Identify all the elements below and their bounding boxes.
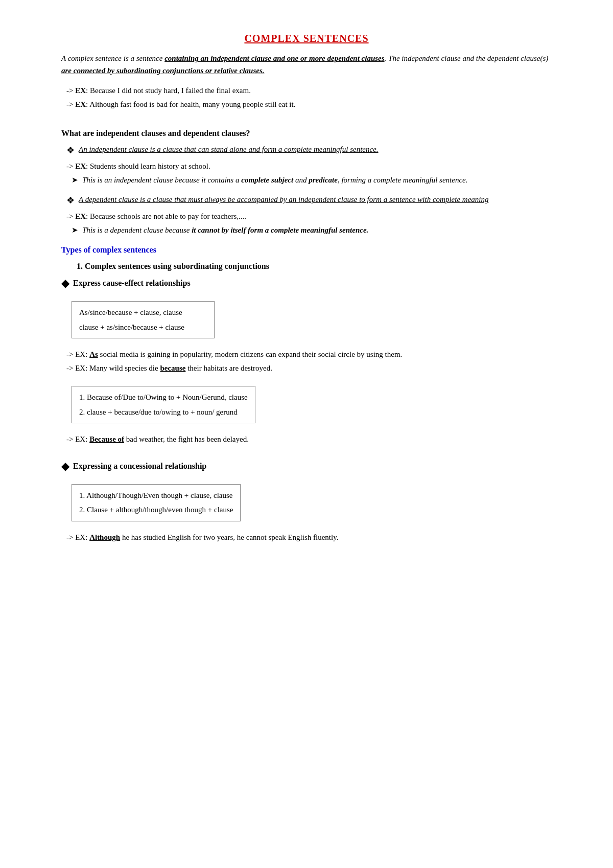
formula-box1-line2: clause + as/since/because + clause — [79, 322, 207, 333]
formula-box2-line2: 2. clause + because/due to/owing to + no… — [79, 406, 248, 418]
section1-bullet1: ❖ An independent clause is a clause that… — [66, 144, 552, 157]
section1-triangle1-content: This is an independent clause because it… — [82, 174, 467, 186]
section1-heading: What are independent clauses and depende… — [61, 127, 552, 140]
formula-box1-line1: As/since/because + clause, clause — [79, 307, 207, 318]
intro-text-before: A complex sentence is a sentence — [61, 54, 164, 62]
intro-text-middle: . The independent clause and the depende… — [385, 54, 549, 62]
section3-ex-text: he has studied English for two years, he… — [120, 533, 338, 541]
section1-ex1-arrow: -> — [66, 162, 75, 170]
section2-ex3: -> EX: Because of bad weather, the fight… — [66, 433, 552, 445]
concessional-diamond: ◆ — [61, 459, 69, 474]
intro-bold-underline2: are connected by subordinating conjuncti… — [61, 66, 265, 75]
section1-ex2-bold: EX — [75, 212, 86, 220]
intro-ex2-bold: EX — [75, 100, 86, 108]
section1-triangle1: ➤ This is an independent clause because … — [72, 174, 552, 186]
types-heading: Types of complex sentences — [61, 244, 552, 256]
cause-effect-diamond: ◆ — [61, 276, 69, 291]
intro-ex1-bold: EX — [75, 86, 86, 95]
section2-ex1-underline: As — [89, 350, 98, 358]
numbered-heading: 1. Complex sentences using subordinating… — [77, 260, 552, 272]
section3-ex: -> EX: Although he has studied English f… — [66, 532, 552, 543]
section1-triangle2-content: This is a dependent clause because it ca… — [82, 224, 368, 236]
section2-ex2: -> EX: Many wild species die because the… — [66, 362, 552, 374]
section1-ex2: -> EX: Because schools are not able to p… — [66, 211, 552, 222]
formula-box2: 1. Because of/Due to/Owing to + Noun/Ger… — [72, 386, 255, 423]
section1-ex1-bold: EX — [75, 162, 86, 170]
formula-box3-line1: 1. Although/Though/Even though + clause,… — [79, 490, 233, 501]
section2-ex1: -> EX: As social media is gaining in pop… — [66, 349, 552, 360]
formula-box3-line2: 2. Clause + although/though/even though … — [79, 504, 233, 516]
section1-bullet1-text: An independent clause is a clause that c… — [79, 144, 379, 157]
section1-ex1: -> EX: Students should learn history at … — [66, 161, 552, 172]
intro-ex1-arrow: -> — [66, 86, 75, 95]
section3-ex-arrow: -> EX: — [66, 533, 89, 541]
section1-triangle1-char: ➤ — [72, 174, 78, 186]
concessional-label: Expressing a concessional relationship — [73, 460, 206, 472]
section1-diamond1: ❖ — [66, 144, 75, 157]
section2-ex3-text: bad weather, the fight has been delayed. — [124, 435, 249, 443]
section1-bullet2-text: A dependent clause is a clause that must… — [79, 194, 488, 208]
section2-ex3-underline: Because of — [89, 435, 124, 443]
formula-box1: As/since/because + clause, clause clause… — [72, 301, 215, 338]
formula-box3: 1. Although/Though/Even though + clause,… — [72, 484, 241, 521]
section1-ex1-text: : Students should learn history at schoo… — [86, 162, 210, 170]
section2-ex2-text: their habitats are destroyed. — [185, 364, 272, 372]
section1-ex2-text: : Because schools are not able to pay fo… — [86, 212, 246, 220]
intro-paragraph: A complex sentence is a sentence contain… — [61, 52, 552, 77]
section2-ex3-arrow: -> EX: — [66, 435, 89, 443]
intro-example2: -> EX: Although fast food is bad for hea… — [66, 99, 552, 110]
intro-example1: -> EX: Because I did not study hard, I f… — [66, 85, 552, 97]
section1-bullet2: ❖ A dependent clause is a clause that mu… — [66, 194, 552, 208]
formula-box2-line1: 1. Because of/Due to/Owing to + Noun/Ger… — [79, 392, 248, 403]
intro-ex2-arrow: -> — [66, 100, 75, 108]
section2-ex1-arrow: -> EX: — [66, 350, 89, 358]
intro-bold-underline1: containing an independent clause and one… — [164, 54, 384, 62]
section2-ex2-underline: because — [160, 364, 185, 372]
cause-effect-heading: ◆ Express cause-effect relationships — [61, 276, 552, 291]
section2-ex2-arrow: -> EX: Many wild species die — [66, 364, 160, 372]
section1-triangle2: ➤ This is a dependent clause because it … — [72, 224, 552, 236]
section1-diamond2: ❖ — [66, 194, 75, 208]
section2-ex1-text: social media is gaining in popularity, m… — [98, 350, 403, 358]
cause-effect-label: Express cause-effect relationships — [73, 277, 191, 289]
concessional-heading: ◆ Expressing a concessional relationship — [61, 459, 552, 474]
section1-ex2-arrow: -> — [66, 212, 75, 220]
page-title: COMPLEX SENTENCES — [61, 31, 552, 46]
section1-triangle2-char: ➤ — [72, 224, 78, 236]
intro-ex1-text: : Because I did not study hard, I failed… — [86, 86, 251, 95]
section3-ex-underline: Although — [89, 533, 120, 541]
intro-ex2-text: : Although fast food is bad for health, … — [86, 100, 295, 108]
